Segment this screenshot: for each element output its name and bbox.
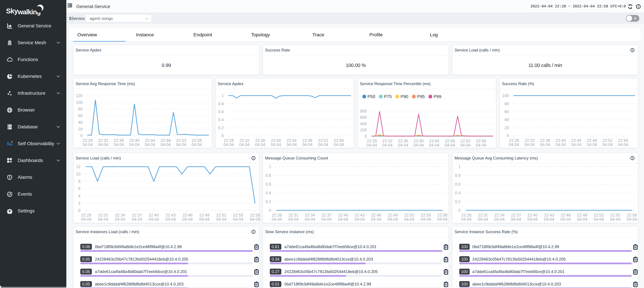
svg-text:04-04: 04-04 xyxy=(437,217,448,222)
svg-text:22:32: 22:32 xyxy=(524,138,534,143)
svg-text:04-04: 04-04 xyxy=(149,217,159,222)
svg-text:0: 0 xyxy=(507,133,509,138)
svg-text:22:58: 22:58 xyxy=(250,213,260,217)
svg-text:04-04: 04-04 xyxy=(594,217,604,222)
svg-text:22:28: 22:28 xyxy=(83,138,93,143)
svg-text:0.8: 0.8 xyxy=(218,101,224,106)
svg-text:0.4: 0.4 xyxy=(218,117,224,122)
svg-text:0.8: 0.8 xyxy=(455,173,460,178)
svg-text:P90: P90 xyxy=(400,94,408,99)
svg-text:04-04: 04-04 xyxy=(429,143,439,147)
svg-text:0: 0 xyxy=(269,208,271,213)
svg-text:22:52: 22:52 xyxy=(216,213,226,217)
svg-text:22:40: 22:40 xyxy=(528,213,538,217)
svg-text:04-04: 04-04 xyxy=(271,142,281,147)
svg-text:800: 800 xyxy=(360,109,367,113)
svg-text:04-04: 04-04 xyxy=(371,217,381,222)
svg-text:04-04: 04-04 xyxy=(511,217,521,222)
svg-text:0.6: 0.6 xyxy=(455,182,460,186)
svg-text:04-04: 04-04 xyxy=(82,142,93,147)
svg-text:22:55: 22:55 xyxy=(421,213,431,217)
svg-text:04-04: 04-04 xyxy=(233,217,243,222)
svg-text:22:40: 22:40 xyxy=(556,138,566,143)
svg-text:04-04: 04-04 xyxy=(98,217,108,222)
svg-text:0: 0 xyxy=(78,208,80,213)
svg-text:04-04: 04-04 xyxy=(571,142,581,147)
svg-text:04-04: 04-04 xyxy=(272,217,282,222)
svg-text:22:44: 22:44 xyxy=(145,138,155,143)
svg-text:22:48: 22:48 xyxy=(160,138,171,143)
svg-text:04-04: 04-04 xyxy=(129,142,140,147)
svg-text:04-04: 04-04 xyxy=(321,217,332,222)
svg-text:04-04: 04-04 xyxy=(509,142,519,147)
svg-text:22:46: 22:46 xyxy=(560,213,570,217)
svg-text:04-04: 04-04 xyxy=(556,142,566,147)
svg-text:22:44: 22:44 xyxy=(286,138,297,143)
svg-text:1: 1 xyxy=(269,164,271,169)
svg-text:22:31: 22:31 xyxy=(98,213,108,217)
svg-text:04-04: 04-04 xyxy=(338,217,348,222)
svg-text:400: 400 xyxy=(360,121,367,126)
svg-text:22:58: 22:58 xyxy=(627,213,637,217)
svg-text:22:40: 22:40 xyxy=(271,138,281,143)
svg-text:P95: P95 xyxy=(417,94,425,99)
svg-text:04-04: 04-04 xyxy=(255,142,265,147)
svg-text:22:36: 22:36 xyxy=(255,138,265,143)
svg-text:22:28: 22:28 xyxy=(81,213,92,217)
svg-text:0: 0 xyxy=(80,133,83,138)
svg-text:04-04: 04-04 xyxy=(145,142,155,147)
svg-text:04-04: 04-04 xyxy=(334,142,344,147)
svg-text:60: 60 xyxy=(504,109,509,114)
svg-text:04-04: 04-04 xyxy=(587,142,597,147)
svg-text:40: 40 xyxy=(78,120,83,125)
svg-text:22:52: 22:52 xyxy=(404,213,414,217)
svg-text:22:36: 22:36 xyxy=(114,138,124,143)
svg-text:22:28: 22:28 xyxy=(224,138,234,143)
svg-text:P99: P99 xyxy=(434,94,441,99)
svg-text:04-04: 04-04 xyxy=(444,143,455,147)
svg-text:22:40: 22:40 xyxy=(129,138,140,143)
svg-text:22:34: 22:34 xyxy=(494,213,504,217)
svg-text:22:40: 22:40 xyxy=(149,213,159,217)
svg-text:04-04: 04-04 xyxy=(305,217,315,222)
svg-text:04-04: 04-04 xyxy=(627,217,637,222)
svg-text:80: 80 xyxy=(78,107,83,111)
svg-text:22:28: 22:28 xyxy=(272,213,282,217)
svg-text:22:43: 22:43 xyxy=(354,213,365,217)
svg-text:22:48: 22:48 xyxy=(445,139,455,143)
svg-text:04-04: 04-04 xyxy=(544,217,554,222)
svg-text:04-04: 04-04 xyxy=(461,217,472,222)
svg-text:22:32: 22:32 xyxy=(382,139,392,143)
svg-text:04-04: 04-04 xyxy=(414,143,424,147)
svg-text:80: 80 xyxy=(504,101,509,106)
svg-text:0.8: 0.8 xyxy=(266,173,271,178)
svg-text:04-04: 04-04 xyxy=(528,217,538,222)
svg-text:04-04: 04-04 xyxy=(476,143,486,147)
svg-text:0.6: 0.6 xyxy=(218,109,224,114)
svg-text:22:37: 22:37 xyxy=(322,213,332,217)
svg-text:04-04: 04-04 xyxy=(610,217,620,222)
svg-text:22:36: 22:36 xyxy=(398,139,408,143)
svg-text:22:52: 22:52 xyxy=(602,138,612,143)
svg-text:0: 0 xyxy=(458,208,460,213)
svg-text:04-04: 04-04 xyxy=(224,142,234,147)
svg-text:22:32: 22:32 xyxy=(98,138,108,143)
svg-text:04-04: 04-04 xyxy=(478,217,488,222)
svg-text:22:49: 22:49 xyxy=(577,213,587,217)
svg-text:22:32: 22:32 xyxy=(239,138,250,143)
svg-text:0: 0 xyxy=(365,134,367,138)
svg-text:P50: P50 xyxy=(368,94,375,99)
svg-text:0.4: 0.4 xyxy=(455,191,460,195)
svg-text:04-04: 04-04 xyxy=(602,142,612,147)
svg-text:04-04: 04-04 xyxy=(540,142,550,147)
svg-text:04-04: 04-04 xyxy=(354,217,365,222)
svg-text:0.2: 0.2 xyxy=(455,199,460,204)
svg-text:120: 120 xyxy=(76,93,83,98)
svg-text:04-04: 04-04 xyxy=(199,217,210,222)
svg-text:22:52: 22:52 xyxy=(176,138,186,143)
svg-text:22:55: 22:55 xyxy=(610,213,620,217)
svg-text:22:43: 22:43 xyxy=(166,213,176,217)
svg-text:40: 40 xyxy=(504,117,509,122)
svg-text:22:37: 22:37 xyxy=(132,213,142,217)
svg-text:22:44: 22:44 xyxy=(429,139,439,143)
